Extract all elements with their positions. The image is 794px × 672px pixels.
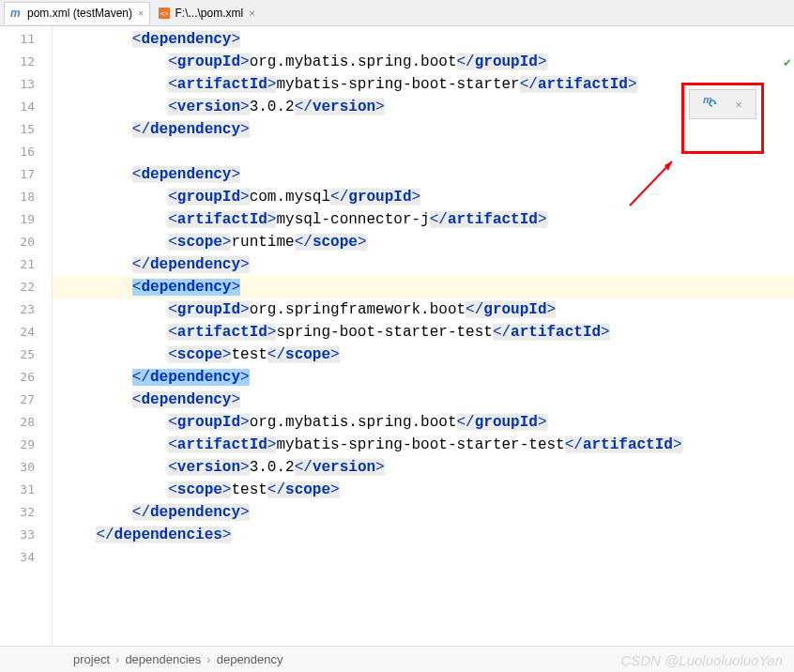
code-line: </dependency> bbox=[53, 253, 794, 276]
code-line: <dependency> bbox=[53, 28, 794, 51]
gutter: 11 12 13 14 15 16 17 18 19 20 21 22 23 2… bbox=[0, 26, 53, 646]
code-line: <version>3.0.2</version> bbox=[53, 96, 794, 118]
line-number: 13 bbox=[0, 73, 52, 96]
line-number: 31 bbox=[0, 479, 52, 501]
close-icon[interactable]: × bbox=[735, 98, 742, 112]
code-line: <dependency> bbox=[53, 389, 794, 411]
line-number: 32 bbox=[0, 501, 52, 524]
code-line: <artifactId>mybatis-spring-boot-starter-… bbox=[53, 434, 794, 456]
breadcrumb-item[interactable]: dependency bbox=[217, 652, 283, 666]
line-number: 26 bbox=[0, 366, 52, 389]
close-icon[interactable]: × bbox=[138, 8, 144, 19]
code-line: </dependency> bbox=[53, 118, 794, 141]
breadcrumb-item[interactable]: dependencies bbox=[125, 652, 201, 666]
code-line: <scope>test</scope> bbox=[53, 479, 794, 501]
maven-reload-popup: m × bbox=[689, 89, 756, 119]
line-number: 11 bbox=[0, 28, 52, 51]
code-line: </dependencies> bbox=[53, 524, 794, 546]
svg-text:m: m bbox=[703, 94, 712, 105]
code-line: <artifactId>mysql-connector-j</artifactI… bbox=[53, 208, 794, 231]
line-number: 24 bbox=[0, 321, 52, 344]
tab-pom-file[interactable]: <> F:\...\pom.xml × bbox=[152, 2, 260, 24]
line-number: 23 bbox=[0, 298, 52, 321]
line-number: 21 bbox=[0, 253, 52, 276]
line-number: 25 bbox=[0, 344, 52, 366]
code-line: <dependency> bbox=[53, 163, 794, 186]
code-line bbox=[53, 546, 794, 569]
line-number: 29 bbox=[0, 434, 52, 456]
code-line: <groupId>org.springframework.boot</group… bbox=[53, 298, 794, 321]
code-line: <dependency> bbox=[53, 276, 794, 298]
check-icon: ✔ bbox=[783, 56, 792, 69]
maven-icon: m bbox=[10, 7, 23, 20]
tab-pom-testmaven[interactable]: m pom.xml (testMaven) × bbox=[4, 2, 150, 24]
line-number: 30 bbox=[0, 456, 52, 479]
code-line bbox=[53, 141, 794, 163]
line-number: 34 bbox=[0, 546, 52, 569]
editor-tabs: m pom.xml (testMaven) × <> F:\...\pom.xm… bbox=[0, 0, 794, 26]
maven-reload-icon[interactable]: m bbox=[703, 94, 720, 115]
line-number: 28 bbox=[0, 411, 52, 434]
tab-label: pom.xml (testMaven) bbox=[27, 7, 132, 20]
line-number: 15 bbox=[0, 118, 52, 141]
chevron-right-icon: › bbox=[115, 652, 119, 666]
line-number: 20 bbox=[0, 231, 52, 253]
code-line: <scope>runtime</scope> bbox=[53, 231, 794, 253]
line-number: 16 bbox=[0, 141, 52, 163]
line-number: 14 bbox=[0, 96, 52, 118]
line-number: 22 bbox=[0, 276, 52, 298]
code-line: <groupId>org.mybatis.spring.boot</groupI… bbox=[53, 51, 794, 73]
close-icon[interactable]: × bbox=[249, 8, 254, 19]
code-line: <version>3.0.2</version> bbox=[53, 456, 794, 479]
line-number: 17 bbox=[0, 163, 52, 186]
code-editor[interactable]: <dependency> <groupId>org.mybatis.spring… bbox=[53, 26, 794, 646]
line-number: 18 bbox=[0, 186, 52, 208]
tab-label: F:\...\pom.xml bbox=[175, 7, 243, 20]
svg-text:<>: <> bbox=[160, 10, 168, 17]
xml-file-icon: <> bbox=[158, 7, 171, 20]
line-number: 27 bbox=[0, 389, 52, 411]
code-line: <scope>test</scope> bbox=[53, 344, 794, 366]
editor-area: 11 12 13 14 15 16 17 18 19 20 21 22 23 2… bbox=[0, 26, 794, 646]
chevron-right-icon: › bbox=[206, 652, 210, 666]
code-line: <artifactId>spring-boot-starter-test</ar… bbox=[53, 321, 794, 344]
line-number: 12 bbox=[0, 51, 52, 73]
svg-marker-4 bbox=[713, 102, 717, 104]
code-line: <groupId>org.mybatis.spring.boot</groupI… bbox=[53, 411, 794, 434]
code-line: </dependency> bbox=[53, 366, 794, 389]
line-number: 33 bbox=[0, 524, 52, 546]
watermark: CSDN @LuoluoluoluoYan bbox=[620, 652, 783, 668]
code-line: <groupId>com.mysql</groupId> bbox=[53, 186, 794, 208]
line-number: 19 bbox=[0, 208, 52, 231]
breadcrumb-item[interactable]: project bbox=[73, 652, 110, 666]
code-line: <artifactId>mybatis-spring-boot-starter<… bbox=[53, 73, 794, 96]
code-line: </dependency> bbox=[53, 501, 794, 524]
svg-text:m: m bbox=[10, 7, 21, 20]
